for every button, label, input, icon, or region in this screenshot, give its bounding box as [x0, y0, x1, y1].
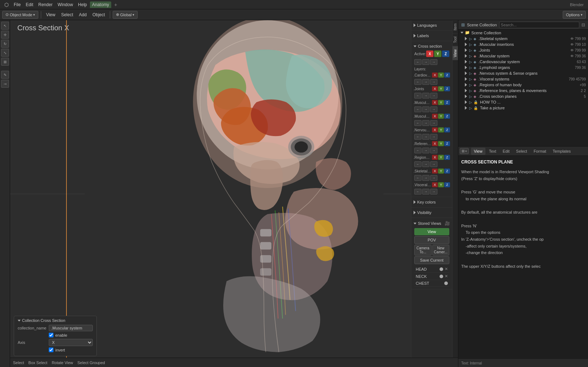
layer-x-5[interactable]: X — [432, 141, 438, 146]
layer-y-3[interactable]: Y — [438, 114, 444, 119]
outliner-muscular-sys[interactable]: ▷ ◈ .Muscular system 👁 799 36 — [458, 53, 588, 59]
transform-tool[interactable]: ⊞ — [1, 58, 9, 66]
layer-z-2[interactable]: Z — [444, 100, 450, 105]
outliner-howto[interactable]: ▷ 🔒 HOW TO ... — [458, 99, 588, 105]
sv-dot-1[interactable] — [440, 275, 443, 278]
sv-dot-0[interactable] — [440, 267, 443, 271]
layer-arrow-r2-0[interactable]: → — [430, 79, 437, 85]
layer-z-6[interactable]: Z — [444, 155, 450, 160]
layer-x-1[interactable]: X — [432, 86, 438, 91]
side-tab-item[interactable]: Item — [453, 20, 458, 33]
layer-y-5[interactable]: Y — [438, 141, 444, 146]
measure-tool[interactable]: ⊸ — [1, 80, 9, 88]
select-grouped-label[interactable]: Select Grouped — [77, 361, 105, 365]
key-colors-header[interactable]: Key colors — [413, 198, 451, 206]
outliner-muscular-ins[interactable]: ▷ ◈ .Muscular insertions 👁 799 10 — [458, 41, 588, 47]
toolbar-view[interactable]: View — [44, 12, 57, 18]
tab-edit[interactable]: Edit — [500, 148, 513, 155]
collection-chevron[interactable] — [18, 320, 21, 322]
layer-y-2[interactable]: Y — [438, 100, 444, 105]
layer-z-5[interactable]: Z — [444, 141, 450, 146]
active-arrow-right2[interactable]: → — [430, 59, 437, 65]
layer-x-2[interactable]: X — [432, 100, 438, 105]
viewport[interactable]: Cross Section X — [10, 20, 458, 367]
layer-x-7[interactable]: X — [432, 169, 438, 174]
outliner-picture[interactable]: ▷ 🔒 Take a picture — [458, 105, 588, 111]
toolbar-add[interactable]: Add — [77, 12, 89, 18]
menu-file[interactable]: File — [12, 1, 23, 8]
enable-checkbox[interactable] — [49, 333, 53, 337]
select-label[interactable]: Select — [13, 361, 24, 365]
visibility-header[interactable]: Visibility — [413, 209, 451, 216]
layer-y-8[interactable]: Y — [438, 182, 444, 187]
global-select[interactable]: ⊕ Global ▾ — [113, 11, 138, 19]
outliner-nervous[interactable]: ▷ ◈ .Nervous system & Sense organs — [458, 70, 588, 76]
layer-z-4[interactable]: Z — [444, 127, 450, 132]
j-eye[interactable]: 👁 — [570, 48, 574, 52]
layer-x-4[interactable]: X — [432, 127, 438, 132]
side-tab-tool[interactable]: Tool — [453, 33, 458, 46]
cross-section-header[interactable]: Cross section — [413, 43, 451, 50]
layer-arrow-r2-1[interactable]: → — [430, 93, 437, 99]
layer-x-3[interactable]: X — [432, 114, 438, 119]
sv-close-1[interactable]: ✕ — [445, 274, 448, 279]
layer-z-0[interactable]: Z — [444, 73, 450, 78]
options-btn[interactable]: Options ▾ — [563, 11, 586, 19]
outliner-search[interactable] — [499, 22, 579, 28]
outliner-cross-planes[interactable]: ▷ ◈ .Cross section planes 5 — [458, 93, 588, 99]
collection-name-value[interactable]: .Muscular system — [49, 325, 93, 331]
toolbar-select[interactable]: Select — [59, 12, 75, 18]
layer-arrow-r-1[interactable]: → — [422, 93, 429, 99]
new-camera-btn[interactable]: New Camer... — [432, 245, 450, 255]
languages-header[interactable]: Languages — [413, 22, 451, 29]
layer-z-7[interactable]: Z — [444, 169, 450, 174]
sv-close-0[interactable]: ✕ — [445, 267, 448, 271]
annotate-tool[interactable]: ✎ — [1, 71, 9, 79]
active-y-btn[interactable]: Y — [434, 51, 441, 57]
active-arrow-left[interactable]: ← — [414, 59, 421, 65]
cursor-tool[interactable]: ↖ — [1, 22, 9, 30]
layer-y-7[interactable]: Y — [438, 169, 444, 174]
side-tab-view[interactable]: View — [453, 46, 458, 60]
active-arrow-right[interactable]: → — [422, 59, 429, 65]
sk-eye-icon[interactable]: 👁 — [570, 37, 574, 41]
layer-z-1[interactable]: Z — [444, 86, 450, 91]
layer-z-3[interactable]: Z — [444, 114, 450, 119]
sv-dot-2[interactable] — [444, 281, 448, 285]
workspace-tab[interactable]: Anatomy — [90, 1, 111, 8]
active-x-btn[interactable]: X — [426, 51, 433, 57]
add-workspace-btn[interactable]: + — [112, 1, 119, 8]
tab-text[interactable]: Text — [486, 148, 499, 155]
prop-panel-icon[interactable]: ⊞ ▾ — [460, 148, 469, 154]
blender-icon[interactable]: ⬡ — [2, 1, 11, 8]
layer-y-6[interactable]: Y — [438, 155, 444, 160]
axis-select[interactable]: X Y Z — [49, 339, 93, 346]
outliner-item-scene[interactable]: 📁 Scene Collection — [458, 30, 588, 36]
menu-render[interactable]: Render — [36, 1, 55, 8]
layer-z-8[interactable]: Z — [444, 182, 450, 187]
layer-y-0[interactable]: Y — [438, 73, 444, 78]
layer-y-4[interactable]: Y — [438, 127, 444, 132]
view-button[interactable]: View — [414, 228, 449, 235]
outliner-visceral[interactable]: ▷ ◈ .Visceral systems 799 45799 — [458, 76, 588, 82]
layer-y-1[interactable]: Y — [438, 86, 444, 91]
invert-checkbox[interactable] — [49, 348, 53, 352]
tab-select[interactable]: Select — [513, 148, 530, 155]
tab-templates[interactable]: Templates — [550, 148, 574, 155]
outliner-filter-icon[interactable]: ⊟ — [581, 22, 585, 27]
camera-to-btn[interactable]: Camera To... — [414, 245, 432, 255]
box-select-label[interactable]: Box Select — [29, 361, 48, 365]
tab-view[interactable]: View — [471, 148, 485, 155]
outliner-reference[interactable]: ▷ ◈ .Reference lines, planes & movements… — [458, 88, 588, 93]
toolbar-object[interactable]: Object — [90, 12, 107, 18]
layer-x-8[interactable]: X — [432, 182, 438, 187]
outliner-lymphoid[interactable]: ▷ ◈ .Lymphoid organs 799 36 — [458, 65, 588, 70]
outliner-joints[interactable]: ▷ ◈ .Joints 👁 799 99 — [458, 47, 588, 53]
ms-eye[interactable]: 👁 — [570, 54, 574, 58]
stored-views-header[interactable]: Stored Views 🎥 — [413, 219, 451, 227]
menu-window[interactable]: Window — [55, 1, 75, 8]
mode-select[interactable]: ⊙ Object Mode ▾ — [2, 11, 38, 19]
save-current-btn[interactable]: Save Current — [414, 256, 449, 264]
layer-x-0[interactable]: X — [432, 73, 438, 78]
menu-edit[interactable]: Edit — [23, 1, 35, 8]
